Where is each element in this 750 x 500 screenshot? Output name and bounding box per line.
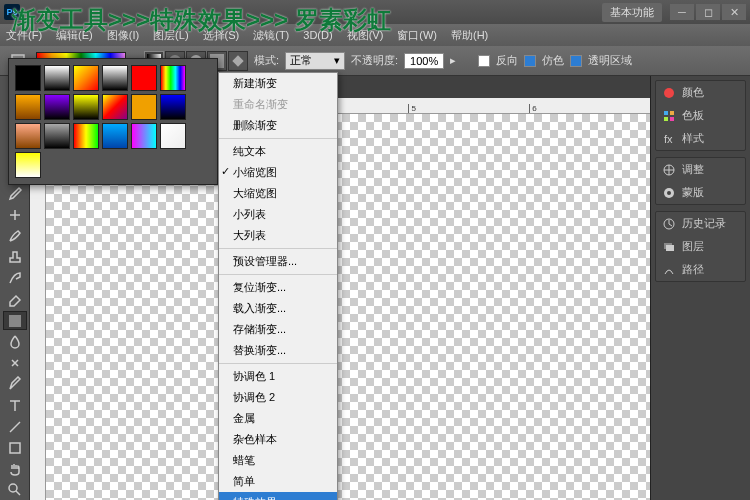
mode-label: 模式: bbox=[254, 53, 279, 68]
svg-rect-17 bbox=[666, 245, 674, 251]
menu-item[interactable]: 窗口(W) bbox=[397, 28, 437, 43]
diamond-gradient-button[interactable] bbox=[228, 51, 248, 71]
gradient-swatch[interactable] bbox=[15, 65, 41, 91]
ruler-tick: 5 bbox=[408, 104, 529, 113]
close-button[interactable]: ✕ bbox=[722, 4, 746, 20]
menu-item[interactable]: 删除渐变 bbox=[219, 115, 337, 136]
gradient-swatch[interactable] bbox=[131, 65, 157, 91]
gradient-swatch[interactable] bbox=[102, 94, 128, 120]
dither-checkbox[interactable] bbox=[524, 55, 536, 67]
gradient-tool[interactable] bbox=[3, 311, 27, 330]
menu-separator bbox=[219, 248, 337, 249]
adjust-icon bbox=[662, 163, 676, 177]
panel-swatches[interactable]: 色板 bbox=[656, 104, 745, 127]
panel-label: 样式 bbox=[682, 131, 704, 146]
gradient-swatch[interactable] bbox=[73, 65, 99, 91]
layers-icon bbox=[662, 240, 676, 254]
panel-group: 历史记录图层路径 bbox=[655, 211, 746, 282]
gradient-swatch[interactable] bbox=[15, 123, 41, 149]
menu-item[interactable]: 协调色 1 bbox=[219, 366, 337, 387]
blend-mode-select[interactable]: 正常▾ bbox=[285, 52, 345, 70]
menu-item[interactable]: 简单 bbox=[219, 471, 337, 492]
menu-separator bbox=[219, 274, 337, 275]
gradient-swatch[interactable] bbox=[102, 123, 128, 149]
menu-item[interactable]: 帮助(H) bbox=[451, 28, 488, 43]
menu-item[interactable]: 复位渐变... bbox=[219, 277, 337, 298]
gradient-picker-menu: 新建渐变重命名渐变删除渐变纯文本小缩览图大缩览图小列表大列表预设管理器...复位… bbox=[218, 72, 338, 500]
transparency-label: 透明区域 bbox=[588, 53, 632, 68]
menu-item[interactable]: 协调色 2 bbox=[219, 387, 337, 408]
heal-tool[interactable] bbox=[3, 205, 27, 224]
menu-item[interactable]: 存储渐变... bbox=[219, 319, 337, 340]
brush-tool[interactable] bbox=[3, 226, 27, 245]
panel-color[interactable]: 颜色 bbox=[656, 81, 745, 104]
pen-tool[interactable] bbox=[3, 375, 27, 394]
eraser-tool[interactable] bbox=[3, 290, 27, 309]
stamp-tool[interactable] bbox=[3, 248, 27, 267]
menu-item[interactable]: 金属 bbox=[219, 408, 337, 429]
opacity-arrow-icon[interactable]: ▸ bbox=[450, 54, 456, 67]
menu-item[interactable]: 替换渐变... bbox=[219, 340, 337, 361]
history-tool[interactable] bbox=[3, 269, 27, 288]
menu-item[interactable]: 预设管理器... bbox=[219, 251, 337, 272]
menu-item[interactable]: 大缩览图 bbox=[219, 183, 337, 204]
menu-item[interactable]: 载入渐变... bbox=[219, 298, 337, 319]
menu-item[interactable]: 杂色样本 bbox=[219, 429, 337, 450]
panel-mask[interactable]: 蒙版 bbox=[656, 181, 745, 204]
reverse-checkbox[interactable] bbox=[478, 55, 490, 67]
maximize-button[interactable]: ◻ bbox=[696, 4, 720, 20]
gradient-swatch[interactable] bbox=[73, 94, 99, 120]
menu-item[interactable]: 小列表 bbox=[219, 204, 337, 225]
menu-item[interactable]: 小缩览图 bbox=[219, 162, 337, 183]
zoom-tool[interactable] bbox=[3, 481, 27, 500]
mask-icon bbox=[662, 186, 676, 200]
gradient-swatch[interactable] bbox=[73, 123, 99, 149]
menu-item[interactable]: 特殊效果 bbox=[219, 492, 337, 500]
shape-tool[interactable] bbox=[3, 438, 27, 457]
menu-item[interactable]: 大列表 bbox=[219, 225, 337, 246]
menu-item[interactable]: 蜡笔 bbox=[219, 450, 337, 471]
gradient-swatch[interactable] bbox=[160, 123, 186, 149]
gradient-swatch[interactable] bbox=[102, 65, 128, 91]
svg-rect-5 bbox=[232, 55, 243, 66]
gradient-swatch[interactable] bbox=[131, 94, 157, 120]
dodge-tool[interactable] bbox=[3, 354, 27, 373]
gradient-swatch[interactable] bbox=[15, 152, 41, 178]
transparency-checkbox[interactable] bbox=[570, 55, 582, 67]
panel-paths[interactable]: 路径 bbox=[656, 258, 745, 281]
type-tool[interactable] bbox=[3, 396, 27, 415]
gradient-swatch[interactable] bbox=[160, 65, 186, 91]
eyedropper-tool[interactable] bbox=[3, 184, 27, 203]
menu-item[interactable]: 纯文本 bbox=[219, 141, 337, 162]
menu-item: 重命名渐变 bbox=[219, 94, 337, 115]
panel-styles[interactable]: fx样式 bbox=[656, 127, 745, 150]
menu-item[interactable]: 新建渐变 bbox=[219, 73, 337, 94]
blur-tool[interactable] bbox=[3, 332, 27, 351]
gradient-swatch[interactable] bbox=[131, 123, 157, 149]
gradient-swatch[interactable] bbox=[160, 94, 186, 120]
minimize-button[interactable]: ─ bbox=[670, 4, 694, 20]
tutorial-overlay: 渐变工具>>>特殊效果>>> 罗素彩虹 bbox=[12, 4, 391, 36]
color-icon bbox=[662, 86, 676, 100]
ruler-tick: 6 bbox=[529, 104, 650, 113]
dither-label: 仿色 bbox=[542, 53, 564, 68]
path-tool[interactable] bbox=[3, 417, 27, 436]
gradient-swatch[interactable] bbox=[44, 65, 70, 91]
panel-layers[interactable]: 图层 bbox=[656, 235, 745, 258]
panel-label: 蒙版 bbox=[682, 185, 704, 200]
gradient-swatch[interactable] bbox=[44, 94, 70, 120]
panel-label: 历史记录 bbox=[682, 216, 726, 231]
styles-icon: fx bbox=[662, 132, 676, 146]
panel-label: 颜色 bbox=[682, 85, 704, 100]
gradient-swatch[interactable] bbox=[44, 123, 70, 149]
panel-label: 色板 bbox=[682, 108, 704, 123]
menu-separator bbox=[219, 363, 337, 364]
gradient-swatch[interactable] bbox=[15, 94, 41, 120]
hand-tool[interactable] bbox=[3, 460, 27, 479]
panel-adjust[interactable]: 调整 bbox=[656, 158, 745, 181]
panel-history[interactable]: 历史记录 bbox=[656, 212, 745, 235]
opacity-input[interactable]: 100% bbox=[404, 53, 444, 69]
workspace-switcher[interactable]: 基本功能 bbox=[602, 3, 662, 22]
panel-label: 调整 bbox=[682, 162, 704, 177]
panel-label: 图层 bbox=[682, 239, 704, 254]
